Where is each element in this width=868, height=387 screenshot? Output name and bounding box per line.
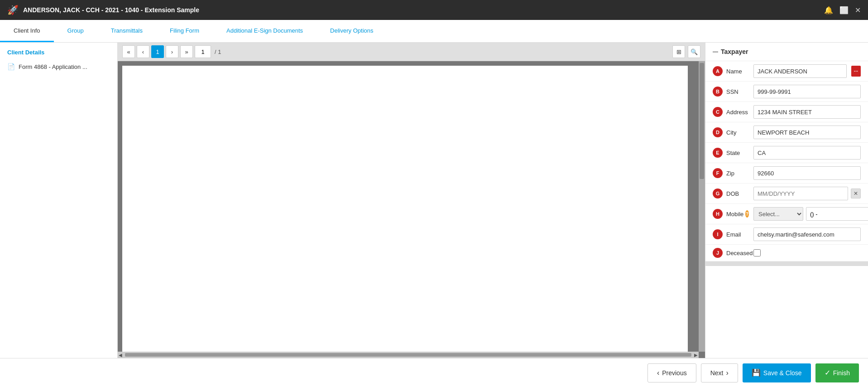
tab-additional-esign[interactable]: Additional E-Sign Documents [213,20,317,42]
scroll-right-arrow[interactable]: ▶ [693,353,699,358]
thumbnail-button[interactable]: ⊞ [672,45,685,58]
taxpayer-panel: — Taxpayer A Name ··· B SSN C Address [705,43,868,358]
state-label: E State [713,148,749,158]
sidebar: Client Details 📄 Form 4868 - Application… [0,43,118,358]
deceased-checkbox[interactable] [753,249,761,256]
tab-client-info[interactable]: Client Info [0,20,54,42]
badge-i: I [713,229,723,239]
badge-e: E [713,148,723,158]
previous-button[interactable]: ‹ Previous [647,363,696,382]
field-row-email: I Email [705,224,868,245]
doc-toolbar: « ‹ 1 › » / 1 ⊞ 🔍 [118,43,705,61]
zip-label: F Zip [713,168,749,178]
badge-b: B [713,87,723,97]
document-area: « ‹ 1 › » / 1 ⊞ 🔍 ◀ ▶ [118,43,705,358]
field-row-address: C Address [705,102,868,122]
next-page-button[interactable]: › [166,45,178,58]
app-title: ANDERSON, JACK - CCH - 2021 - 1040 - Ext… [23,6,199,14]
mobile-number-input[interactable] [806,207,868,221]
next-button[interactable]: Next › [701,363,738,382]
field-row-ssn: B SSN [705,82,868,102]
tab-transmittals[interactable]: Transmittals [97,20,156,42]
badge-g: G [713,189,723,198]
address-label: C Address [713,107,749,117]
field-row-deceased: J Deceased [705,245,868,261]
rocket-icon: 🚀 [7,5,19,15]
city-input[interactable] [753,126,861,139]
collapse-icon[interactable]: — [713,48,718,55]
page-1-button[interactable]: 1 [151,45,164,58]
page-input[interactable] [195,45,211,58]
field-row-zip: F Zip [705,163,868,184]
name-label: A Name [713,66,749,76]
zoom-button[interactable]: 🔍 [688,45,700,58]
zip-input[interactable] [753,166,861,180]
address-input[interactable] [753,105,861,119]
badge-c: C [713,107,723,117]
tabs-bar: Client Info Group Transmittals Filing Fo… [0,20,868,43]
vertical-scrollbar[interactable] [699,61,705,352]
document-icon: 📄 [7,63,15,70]
email-input[interactable] [753,227,861,241]
field-row-state: E State CA NY TX [705,143,868,163]
save-close-button[interactable]: 💾 Save & Close [743,363,811,382]
prev-page-button[interactable]: ‹ [137,45,149,58]
panel-scrollbar[interactable] [705,261,868,266]
field-row-name: A Name ··· [705,61,868,82]
save-icon: 💾 [752,368,761,377]
dob-clear-button[interactable]: ✕ [851,189,861,198]
mobile-label: H Mobile ? [713,209,749,219]
prev-arrow-icon: ‹ [657,369,659,377]
dob-label: G DOB [713,189,749,198]
badge-a: A [713,66,723,76]
badge-j: J [713,248,723,258]
footer: ‹ Previous Next › 💾 Save & Close ✓ Finis… [0,358,868,387]
horizontal-scrollbar[interactable]: ◀ ▶ [118,352,699,358]
tab-filing-form[interactable]: Filing Form [156,20,213,42]
mobile-help-icon[interactable]: ? [745,210,749,218]
scroll-left-arrow[interactable]: ◀ [118,353,123,358]
field-row-dob: G DOB ✕ [705,184,868,204]
state-select[interactable]: CA NY TX [753,146,861,160]
last-page-button[interactable]: » [180,45,193,58]
badge-f: F [713,168,723,178]
email-label: I Email [713,229,749,239]
taxpayer-header: — Taxpayer [705,43,868,61]
close-icon[interactable]: ✕ [855,6,861,15]
ssn-input[interactable] [753,85,861,98]
notification-icon[interactable]: 🔔 [824,6,833,15]
dob-input[interactable] [753,187,848,200]
doc-canvas: ◀ ▶ [118,61,705,358]
mobile-type-select[interactable]: Select... Mobile Home Work [753,207,803,221]
maximize-icon[interactable]: ⬜ [839,6,849,15]
finish-button[interactable]: ✓ Finish [815,363,859,382]
field-row-city: D City [705,122,868,143]
next-arrow-icon: › [726,369,728,377]
name-input[interactable] [753,64,847,78]
tab-group[interactable]: Group [54,20,97,42]
page-separator: / 1 [213,48,223,55]
field-row-mobile: H Mobile ? Select... Mobile Home Work [705,204,868,224]
badge-h: H [713,209,723,219]
check-icon: ✓ [825,368,830,377]
doc-page [122,66,688,353]
first-page-button[interactable]: « [122,45,135,58]
ssn-label: B SSN [713,87,749,97]
app-header: 🚀 ANDERSON, JACK - CCH - 2021 - 1040 - E… [0,0,868,20]
sidebar-section-title: Client Details [0,43,117,59]
tab-delivery-options[interactable]: Delivery Options [317,20,387,42]
sidebar-item-form4868[interactable]: 📄 Form 4868 - Application ... [0,59,117,74]
sidebar-item-label: Form 4868 - Application ... [19,63,87,70]
badge-d: D [713,127,723,137]
city-label: D City [713,127,749,137]
main-content: Client Details 📄 Form 4868 - Application… [0,43,868,358]
name-menu-button[interactable]: ··· [851,66,861,77]
taxpayer-title: Taxpayer [721,48,748,55]
deceased-label: J Deceased [713,248,749,258]
